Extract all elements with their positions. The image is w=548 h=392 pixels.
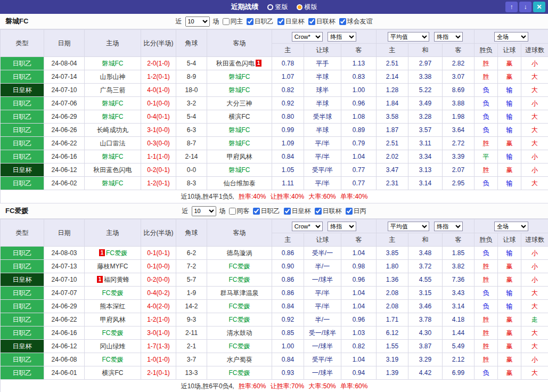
euro-home-odds-cell: 2.02	[377, 150, 408, 164]
home-team-cell: 1FC爱媛	[85, 247, 141, 260]
euro-away-odds-cell: 4.18	[443, 313, 475, 326]
league-cell: 日职乙	[1, 57, 44, 70]
asian-stage-select[interactable]: 终指	[328, 222, 356, 231]
corner-cell: 0-0	[176, 164, 207, 177]
league-checkbox[interactable]	[253, 208, 260, 215]
away-team-cell: 磐城FC	[207, 164, 272, 177]
team-cell-content: 冈山绿雉	[100, 342, 126, 350]
euro-home-odds-cell: 3.85	[377, 247, 408, 260]
close-button[interactable]: ✕	[533, 2, 545, 12]
team-text: 大分三神	[227, 100, 252, 107]
league-filter-1[interactable]: 日皇杯	[277, 17, 305, 26]
euro-draw-odds-cell: 5.22	[408, 84, 443, 97]
euro-stage-select[interactable]: 终指	[434, 32, 463, 42]
home-team-cell: 熊本深红	[85, 300, 141, 313]
corner-cell: 5-7	[176, 273, 207, 287]
red-card-badge: 1	[97, 276, 103, 283]
scope-select[interactable]: 全场	[494, 32, 528, 42]
euro-away-odds-cell: 7.36	[443, 273, 475, 287]
same-venue-filter[interactable]: 同主	[223, 17, 243, 26]
league-cell: 日职乙	[1, 137, 44, 150]
corner-cell: 2-1	[176, 340, 207, 353]
league-label: 日职乙	[255, 17, 274, 26]
euro-draw-odds-cell: 4.30	[408, 326, 443, 340]
home-team-cell: 磐城FC	[85, 177, 141, 190]
asian-away-odds-cell: 0.98	[341, 260, 377, 273]
league-filter-3[interactable]: 日丙	[346, 207, 366, 216]
layout-option-horizontal[interactable]: 横版	[297, 3, 317, 12]
asian-home-odds-cell: 0.86	[272, 287, 304, 300]
score-cell: 1-2(0-1)	[141, 177, 176, 190]
team-cell-content: 磐城FC	[102, 100, 124, 107]
team-text: 山形山神	[100, 73, 126, 80]
league-filter-3[interactable]: 球会友谊	[339, 17, 373, 26]
away-team-cell: FC爱媛	[207, 340, 272, 353]
euro-stage-select[interactable]: 终指	[434, 222, 463, 231]
result-cell: 胜	[475, 57, 498, 70]
team-text: 山口雷法	[100, 140, 126, 147]
league-filter-2[interactable]: 日联杯	[315, 207, 342, 216]
same-venue-filter[interactable]: 同客	[229, 207, 250, 216]
home-team-cell: 山形山神	[85, 70, 141, 84]
euro-draw-odds-cell: 3.15	[408, 287, 443, 300]
date-cell: 24-08-04	[44, 57, 85, 70]
league-checkbox[interactable]	[339, 18, 346, 25]
asian-company-select[interactable]: Crow*	[292, 222, 323, 231]
team-text: 横滨FC	[102, 369, 124, 377]
goals-result-cell: 大	[521, 124, 548, 137]
home-team-cell: 秋田蓝色闪电	[85, 164, 141, 177]
date-cell: 24-07-10	[44, 273, 85, 287]
move-up-button[interactable]: ↑	[505, 2, 518, 12]
team-cell-content: 熊本深红	[100, 303, 126, 310]
league-checkbox[interactable]	[346, 208, 353, 215]
radio-horizontal-icon[interactable]	[297, 4, 302, 10]
team-name: FC爱媛	[5, 206, 28, 216]
euro-home-odds-cell: 1.80	[377, 260, 408, 273]
asian-away-odds-cell: 1.04	[341, 353, 377, 366]
same-venue-checkbox[interactable]	[223, 18, 230, 25]
recent-count-select[interactable]: 10	[185, 17, 210, 27]
asian-home-odds-cell: 0.92	[272, 313, 304, 326]
corner-cell: 8-9	[176, 70, 207, 84]
result-cell: 负	[475, 84, 498, 97]
league-checkbox[interactable]	[247, 18, 253, 25]
corner-cell: 8-3	[176, 177, 207, 190]
handicap-line-cell: 平/半	[304, 300, 341, 313]
euro-away-odds-cell: 3.43	[443, 287, 475, 300]
league-checkbox[interactable]	[284, 208, 291, 215]
scope-select[interactable]: 全场	[494, 222, 528, 231]
league-checkbox[interactable]	[277, 18, 284, 25]
result-cell: 负	[475, 247, 498, 260]
euro-company-select[interactable]: 平均值	[388, 32, 429, 42]
league-filter-0[interactable]: 日职乙	[247, 17, 274, 26]
euro-home-odds-cell: 1.84	[377, 97, 408, 110]
euro-home-odds-cell: 1.39	[377, 366, 408, 380]
euro-company-select[interactable]: 平均值	[388, 222, 429, 231]
same-venue-checkbox[interactable]	[229, 208, 236, 215]
asian-stage-select[interactable]: 终指	[328, 32, 356, 42]
league-checkbox[interactable]	[308, 18, 315, 25]
league-label: 日联杯	[323, 207, 342, 216]
recent-count-select[interactable]: 10	[192, 206, 216, 216]
team-cell-content: 德岛漩涡	[227, 249, 252, 257]
league-checkbox[interactable]	[315, 208, 322, 215]
away-team-cell: FC爱媛	[207, 313, 272, 326]
move-down-button[interactable]: ↓	[519, 2, 531, 12]
euro-away-odds-cell: 2.95	[443, 177, 475, 190]
team-cell-content: 磐城FC	[102, 179, 124, 187]
league-filter-0[interactable]: 日职乙	[253, 207, 280, 216]
handicap-result-cell: 赢	[498, 326, 521, 340]
match-row: 日职乙24-06-22山口雷法0-3(0-0)8-7磐城FC1.09平/半0.7…	[1, 137, 548, 150]
team-cell-content: FC爱媛	[229, 369, 250, 377]
team-text: 德岛漩涡	[227, 249, 252, 257]
col-header-corner: 角球	[176, 30, 207, 57]
date-cell: 24-07-06	[44, 97, 85, 110]
euro-away-odds-cell: 6.99	[443, 366, 475, 380]
asian-company-select[interactable]: Crow*	[292, 32, 323, 42]
score-cell: 2-1(0-1)	[141, 366, 176, 380]
match-row: 日职乙24-07-13藤枝MYFC0-1(0-0)7-2FC爱媛0.90半/一0…	[1, 260, 548, 273]
league-filter-1[interactable]: 日皇杯	[284, 207, 311, 216]
league-filter-2[interactable]: 日联杯	[308, 17, 336, 26]
layout-option-vertical[interactable]: 竖版	[267, 3, 288, 12]
radio-vertical-icon[interactable]	[267, 4, 273, 10]
